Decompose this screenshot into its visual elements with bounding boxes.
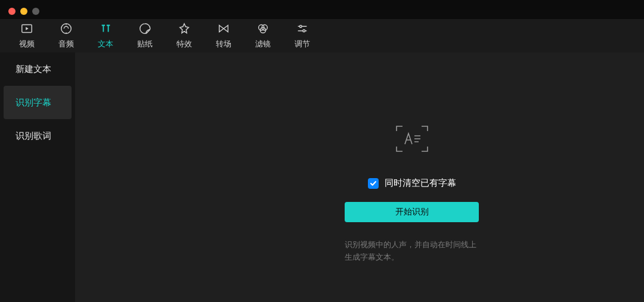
sticker-icon xyxy=(138,22,151,35)
toolbar-text[interactable]: 文本 xyxy=(86,22,125,49)
svg-point-5 xyxy=(299,26,302,28)
top-toolbar: 视频 音频 文本 贴纸 特效 转场 xyxy=(0,19,644,52)
adjust-icon xyxy=(296,22,309,35)
effects-icon xyxy=(178,22,191,35)
toolbar-item-label: 贴纸 xyxy=(137,39,153,49)
toolbar-item-label: 调节 xyxy=(295,39,310,49)
sidebar-item-label: 识别歌词 xyxy=(16,130,51,142)
maximize-window-button[interactable] xyxy=(32,8,39,15)
toolbar-transition[interactable]: 转场 xyxy=(204,22,243,49)
check-icon xyxy=(370,180,377,187)
sidebar: 新建文本 识别字幕 识别歌词 xyxy=(0,52,75,302)
sidebar-item-new-text[interactable]: 新建文本 xyxy=(0,52,75,86)
minimize-window-button[interactable] xyxy=(20,8,27,15)
sidebar-item-label: 识别字幕 xyxy=(16,97,51,108)
recognize-subtitle-panel: 同时清空已有字幕 开始识别 识别视频中的人声，并自动在时间线上生成字幕文本。 xyxy=(345,124,479,264)
toolbar-effects[interactable]: 特效 xyxy=(165,22,204,49)
sidebar-item-recognize-lyrics[interactable]: 识别歌词 xyxy=(0,119,75,152)
subtitle-scan-icon xyxy=(395,124,429,154)
checkbox-label: 同时清空已有字幕 xyxy=(385,178,456,189)
toolbar-item-label: 转场 xyxy=(216,39,231,49)
toolbar-sticker[interactable]: 贴纸 xyxy=(125,22,165,49)
svg-point-6 xyxy=(303,30,305,32)
toolbar-item-label: 特效 xyxy=(177,39,192,49)
toolbar-audio[interactable]: 音频 xyxy=(47,22,86,49)
toolbar-item-label: 视频 xyxy=(19,39,35,49)
toolbar-item-label: 音频 xyxy=(58,39,74,49)
checkbox-box[interactable] xyxy=(368,178,379,189)
filter-icon xyxy=(256,22,270,35)
text-icon xyxy=(99,22,112,35)
video-icon xyxy=(20,22,33,35)
svg-point-1 xyxy=(61,24,72,34)
toolbar-adjust[interactable]: 调节 xyxy=(283,22,322,49)
toolbar-filter[interactable]: 滤镜 xyxy=(243,22,283,49)
start-recognition-button[interactable]: 开始识别 xyxy=(345,202,479,222)
sidebar-item-label: 新建文本 xyxy=(16,64,51,75)
clear-existing-subtitle-checkbox[interactable]: 同时清空已有字幕 xyxy=(368,178,456,189)
close-window-button[interactable] xyxy=(8,8,16,15)
window-traffic-lights[interactable] xyxy=(8,8,39,15)
transition-icon xyxy=(217,22,230,35)
description-text: 识别视频中的人声，并自动在时间线上生成字幕文本。 xyxy=(345,239,479,264)
toolbar-video[interactable]: 视频 xyxy=(7,22,47,49)
sidebar-item-recognize-subtitle[interactable]: 识别字幕 xyxy=(4,86,72,119)
toolbar-item-label: 滤镜 xyxy=(255,39,271,49)
toolbar-item-label: 文本 xyxy=(98,39,113,49)
audio-icon xyxy=(60,22,73,35)
main-panel: 同时清空已有字幕 开始识别 识别视频中的人声，并自动在时间线上生成字幕文本。 xyxy=(75,52,644,302)
